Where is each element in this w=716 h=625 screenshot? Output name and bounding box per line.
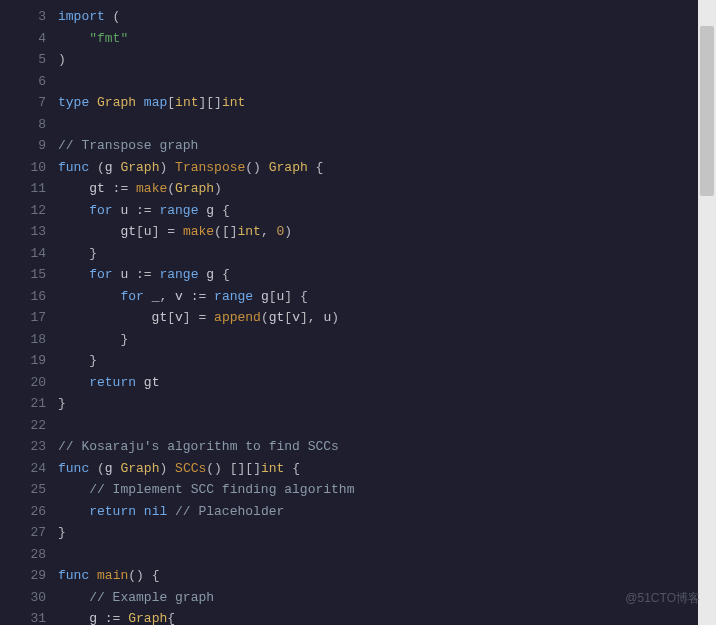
line-content[interactable]: for u := range g { bbox=[58, 200, 716, 222]
token-ident: u bbox=[113, 267, 136, 282]
code-line[interactable]: 23// Kosaraju's algorithm to find SCCs bbox=[0, 436, 716, 458]
line-content[interactable]: type Graph map[int][]int bbox=[58, 92, 716, 114]
line-content[interactable]: func main() { bbox=[58, 565, 716, 587]
code-line[interactable]: 14 } bbox=[0, 243, 716, 265]
token-ident bbox=[89, 160, 97, 175]
code-line[interactable]: 12 for u := range g { bbox=[0, 200, 716, 222]
token-ident bbox=[58, 289, 120, 304]
code-line[interactable]: 18 } bbox=[0, 329, 716, 351]
line-content[interactable]: func (g Graph) Transpose() Graph { bbox=[58, 157, 716, 179]
line-content[interactable]: gt := make(Graph) bbox=[58, 178, 716, 200]
token-ident bbox=[89, 568, 97, 583]
code-line[interactable]: 9// Transpose graph bbox=[0, 135, 716, 157]
token-kw: import bbox=[58, 9, 105, 24]
token-type: Graph bbox=[128, 611, 167, 625]
code-line[interactable]: 10func (g Graph) Transpose() Graph { bbox=[0, 157, 716, 179]
token-punc: { bbox=[300, 289, 308, 304]
token-ident bbox=[167, 160, 175, 175]
code-line[interactable]: 8 bbox=[0, 114, 716, 136]
line-content[interactable]: } bbox=[58, 329, 716, 351]
line-content[interactable]: // Example graph bbox=[58, 587, 716, 609]
code-line[interactable]: 26 return nil // Placeholder bbox=[0, 501, 716, 523]
line-content[interactable]: gt[v] = append(gt[v], u) bbox=[58, 307, 716, 329]
token-punc: } bbox=[89, 246, 97, 261]
code-line[interactable]: 27} bbox=[0, 522, 716, 544]
token-punc: := bbox=[113, 181, 129, 196]
code-line[interactable]: 24func (g Graph) SCCs() [][]int { bbox=[0, 458, 716, 480]
vertical-scrollbar-track[interactable] bbox=[698, 0, 716, 625]
token-ident bbox=[292, 289, 300, 304]
line-content[interactable]: // Kosaraju's algorithm to find SCCs bbox=[58, 436, 716, 458]
token-ident bbox=[58, 203, 89, 218]
line-content[interactable]: return gt bbox=[58, 372, 716, 394]
line-content[interactable]: for _, v := range g[u] { bbox=[58, 286, 716, 308]
token-punc: [ bbox=[167, 310, 175, 325]
code-line[interactable]: 15 for u := range g { bbox=[0, 264, 716, 286]
token-kw: range bbox=[159, 203, 198, 218]
token-ident: v bbox=[167, 289, 190, 304]
token-ident bbox=[58, 332, 120, 347]
line-number: 24 bbox=[0, 458, 58, 480]
line-content[interactable]: func (g Graph) SCCs() [][]int { bbox=[58, 458, 716, 480]
code-line[interactable]: 25 // Implement SCC finding algorithm bbox=[0, 479, 716, 501]
line-content[interactable]: } bbox=[58, 393, 716, 415]
line-content[interactable]: "fmt" bbox=[58, 28, 716, 50]
token-punc: { bbox=[316, 160, 324, 175]
token-ident bbox=[167, 504, 175, 519]
token-punc: { bbox=[292, 461, 300, 476]
code-line[interactable]: 20 return gt bbox=[0, 372, 716, 394]
token-ident bbox=[206, 289, 214, 304]
token-type: Graph bbox=[175, 181, 214, 196]
token-punc: } bbox=[120, 332, 128, 347]
code-line[interactable]: 11 gt := make(Graph) bbox=[0, 178, 716, 200]
token-kw: nil bbox=[144, 504, 167, 519]
token-comment: // Implement SCC finding algorithm bbox=[89, 482, 354, 497]
token-ident bbox=[144, 568, 152, 583]
code-line[interactable]: 16 for _, v := range g[u] { bbox=[0, 286, 716, 308]
line-content[interactable]: ) bbox=[58, 49, 716, 71]
line-number: 10 bbox=[0, 157, 58, 179]
code-line[interactable]: 21} bbox=[0, 393, 716, 415]
line-content[interactable]: } bbox=[58, 243, 716, 265]
line-content[interactable]: return nil // Placeholder bbox=[58, 501, 716, 523]
code-line[interactable]: 3import ( bbox=[0, 6, 716, 28]
line-content[interactable]: import ( bbox=[58, 6, 716, 28]
line-number: 22 bbox=[0, 415, 58, 437]
token-punc: = bbox=[167, 224, 175, 239]
line-number: 19 bbox=[0, 350, 58, 372]
code-line[interactable]: 28 bbox=[0, 544, 716, 566]
token-type: Graph bbox=[97, 95, 136, 110]
line-content[interactable]: } bbox=[58, 522, 716, 544]
line-content[interactable]: // Implement SCC finding algorithm bbox=[58, 479, 716, 501]
line-content[interactable]: // Transpose graph bbox=[58, 135, 716, 157]
token-ident: g bbox=[253, 289, 269, 304]
code-line[interactable]: 19 } bbox=[0, 350, 716, 372]
code-line[interactable]: 4 "fmt" bbox=[0, 28, 716, 50]
code-line[interactable]: 5) bbox=[0, 49, 716, 71]
code-line[interactable]: 22 bbox=[0, 415, 716, 437]
token-punc: , bbox=[308, 310, 324, 325]
token-ident bbox=[58, 375, 89, 390]
token-punc: ) bbox=[284, 224, 292, 239]
line-content[interactable]: g := Graph{ bbox=[58, 608, 716, 625]
line-number: 6 bbox=[0, 71, 58, 93]
token-comment: // Example graph bbox=[89, 590, 214, 605]
line-number: 23 bbox=[0, 436, 58, 458]
token-punc: ][] bbox=[198, 95, 221, 110]
code-line[interactable]: 7type Graph map[int][]int bbox=[0, 92, 716, 114]
code-line[interactable]: 6 bbox=[0, 71, 716, 93]
token-punc: ) bbox=[58, 52, 66, 67]
line-content[interactable]: for u := range g { bbox=[58, 264, 716, 286]
code-line[interactable]: 30 // Example graph bbox=[0, 587, 716, 609]
code-line[interactable]: 31 g := Graph{ bbox=[0, 608, 716, 625]
token-punc: } bbox=[58, 396, 66, 411]
line-content[interactable]: } bbox=[58, 350, 716, 372]
token-punc: [ bbox=[167, 95, 175, 110]
vertical-scrollbar-thumb[interactable] bbox=[700, 26, 714, 196]
code-line[interactable]: 13 gt[u] = make([]int, 0) bbox=[0, 221, 716, 243]
code-line[interactable]: 29func main() { bbox=[0, 565, 716, 587]
code-line[interactable]: 17 gt[v] = append(gt[v], u) bbox=[0, 307, 716, 329]
code-editor[interactable]: 3import (4 "fmt"5)67type Graph map[int][… bbox=[0, 0, 716, 625]
token-ident bbox=[58, 31, 89, 46]
line-content[interactable]: gt[u] = make([]int, 0) bbox=[58, 221, 716, 243]
